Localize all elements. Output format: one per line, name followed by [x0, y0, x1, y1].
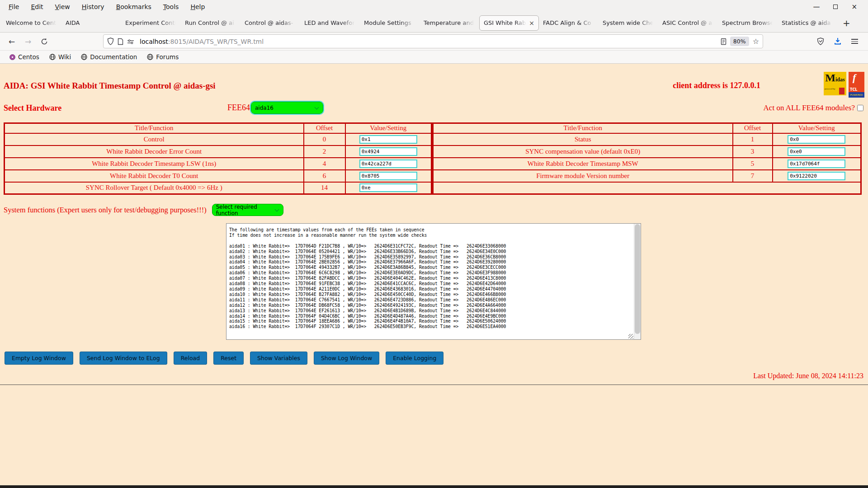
tab-welcome-centos[interactable]: Welcome to Cent: [2, 14, 61, 33]
maximize-icon[interactable]: [833, 5, 838, 9]
toolbar-right-icons: [817, 38, 864, 45]
table-row: Firmware module Version number 7: [433, 170, 861, 182]
url-bar[interactable]: localhost:8015/AIDA/TS_WR/TS_WR.tml 80% …: [103, 34, 763, 48]
page-title: AIDA: GSI White Rabbit Timestamp Control…: [4, 81, 216, 91]
log-window[interactable]: The following are timestamp values from …: [226, 223, 641, 340]
tab-asic-control[interactable]: ASIC Control @ a: [658, 14, 718, 33]
url-text[interactable]: localhost:8015/AIDA/TS_WR/TS_WR.tml: [140, 38, 717, 45]
bookmarks-bar: Centos Wiki Documentation Forums: [0, 51, 868, 64]
download-icon[interactable]: [834, 38, 841, 45]
globe-icon: [147, 54, 153, 60]
tab-gsi-white-rabbit-active[interactable]: GSI White Rabb ×: [479, 15, 539, 31]
navigation-toolbar: ← → localhost:8015/AIDA/TS_WR/TS_WR.tml …: [0, 33, 868, 51]
tcl-powered-logo[interactable]: f TCL POWERED: [849, 72, 864, 98]
value-input-status[interactable]: [788, 135, 845, 144]
table-row-empty: [433, 182, 861, 194]
fee64-select[interactable]: aida16: [251, 102, 323, 114]
log-scrollbar[interactable]: [634, 224, 641, 339]
back-icon[interactable]: ←: [4, 37, 20, 46]
table-row: White Rabbit Decoder Timestamp LSW (1ns)…: [5, 158, 432, 170]
reader-mode-icon[interactable]: [721, 38, 726, 45]
tab-aida[interactable]: AIDA: [61, 14, 121, 33]
show-variables-button[interactable]: Show Variables: [250, 352, 307, 365]
tab-system-wide-checks[interactable]: System wide Che: [599, 14, 658, 33]
tab-experiment-control[interactable]: Experiment Contr: [121, 14, 181, 33]
globe-icon: [49, 54, 56, 60]
reload-button[interactable]: Reload: [174, 352, 208, 365]
menu-help[interactable]: Help: [184, 2, 211, 12]
value-input-firmware-version[interactable]: [788, 172, 845, 180]
show-log-window-button[interactable]: Show Log Window: [314, 352, 379, 365]
bookmark-wiki[interactable]: Wiki: [45, 52, 75, 61]
forward-icon[interactable]: →: [20, 37, 36, 46]
send-log-to-elog-button[interactable]: Send Log Window to ELog: [80, 352, 167, 365]
minimize-icon[interactable]: —: [813, 4, 820, 10]
register-table-left: Title/Function Offset Value/Setting Cont…: [4, 122, 432, 195]
close-icon[interactable]: ×: [851, 4, 857, 10]
menu-hamburger-icon[interactable]: [851, 38, 858, 45]
bookmark-documentation[interactable]: Documentation: [77, 52, 141, 61]
globe-icon: [81, 54, 87, 60]
reset-button[interactable]: Reset: [213, 352, 244, 365]
client-address: client address is 127.0.0.1: [673, 81, 760, 91]
tab-module-settings[interactable]: Module Settings: [360, 14, 420, 33]
empty-log-window-button[interactable]: Empty Log Window: [5, 352, 73, 365]
menu-history[interactable]: History: [76, 2, 110, 12]
value-input-error-count[interactable]: [359, 147, 417, 156]
value-input-t0-count[interactable]: [359, 172, 417, 180]
value-input-sync-compensation[interactable]: [788, 147, 845, 156]
table-row: White Rabbit Decoder T0 Count 6: [5, 170, 432, 182]
chevron-down-icon: [315, 105, 319, 110]
tab-close-icon[interactable]: ×: [527, 19, 534, 27]
system-functions-row: System functions (Expert users only for …: [4, 204, 868, 216]
action-buttons-row: Empty Log Window Send Log Window to ELog…: [5, 352, 868, 365]
tab-led-waveform[interactable]: LED and Wavefor: [300, 14, 360, 33]
table-row: Status 1: [433, 133, 861, 145]
system-function-select[interactable]: Select required function: [212, 204, 283, 216]
value-input-sync-rollover[interactable]: [359, 183, 417, 192]
scrollbar-thumb[interactable]: [635, 224, 640, 334]
table-row: SYNC compensation value (default 0xE0) 3: [433, 145, 861, 158]
menu-bookmarks[interactable]: Bookmarks: [110, 2, 157, 12]
tab-control-aidas[interactable]: Control @ aidas-: [241, 14, 300, 33]
menu-file[interactable]: File: [3, 2, 25, 12]
zoom-level-badge[interactable]: 80%: [730, 37, 749, 46]
register-tables: Title/Function Offset Value/Setting Cont…: [4, 122, 864, 195]
resize-grip-icon[interactable]: [628, 334, 633, 339]
bookmark-forums[interactable]: Forums: [143, 52, 183, 61]
permissions-icon[interactable]: [127, 39, 134, 44]
value-input-timestamp-msw[interactable]: [788, 160, 845, 168]
act-on-all-label: Act on ALL FEE64 modules?: [764, 103, 855, 113]
tab-statistics[interactable]: Statistics @ aida: [778, 14, 837, 33]
pocket-icon[interactable]: [817, 38, 824, 45]
menubar: File Edit View History Bookmarks Tools H…: [0, 0, 868, 14]
bottom-edge-bar: [0, 485, 868, 488]
tab-spectrum-browser[interactable]: Spectrum Browse: [718, 14, 778, 33]
value-input-control[interactable]: [359, 135, 417, 144]
page-info-icon[interactable]: [118, 38, 123, 45]
table-header-row: Title/Function Offset Value/Setting: [433, 123, 861, 133]
system-functions-label: System functions (Expert users only for …: [4, 206, 207, 215]
table-header-row: Title/Function Offset Value/Setting: [5, 123, 432, 133]
reload-icon[interactable]: [36, 38, 52, 45]
tab-run-control[interactable]: Run Control @ ai: [181, 14, 241, 33]
value-input-timestamp-lsw[interactable]: [359, 160, 417, 168]
menu-tools[interactable]: Tools: [157, 2, 185, 12]
select-hardware-label: Select Hardware: [4, 103, 61, 113]
act-on-all-checkbox[interactable]: [857, 105, 863, 111]
bookmark-star-icon[interactable]: ☆: [753, 37, 759, 46]
table-row: SYNC Rollover Target ( Default 0x4000 =>…: [5, 182, 432, 194]
logos: Midas powered by f TCL POWERED: [824, 72, 864, 98]
menu-edit[interactable]: Edit: [25, 2, 49, 12]
tab-temperature[interactable]: Temperature and: [420, 14, 479, 33]
divider: [0, 385, 868, 385]
bookmark-centos[interactable]: Centos: [5, 52, 43, 61]
fee64-label: FEE64: [227, 103, 250, 113]
page-content: AIDA: GSI White Rabbit Timestamp Control…: [0, 64, 868, 486]
new-tab-button[interactable]: +: [837, 18, 856, 28]
tab-fadc-align[interactable]: FADC Align & Co: [539, 14, 599, 33]
menu-view[interactable]: View: [49, 2, 76, 12]
midas-logo[interactable]: Midas powered by: [824, 72, 846, 95]
shield-icon[interactable]: [107, 38, 114, 45]
enable-logging-button[interactable]: Enable Logging: [386, 352, 443, 365]
